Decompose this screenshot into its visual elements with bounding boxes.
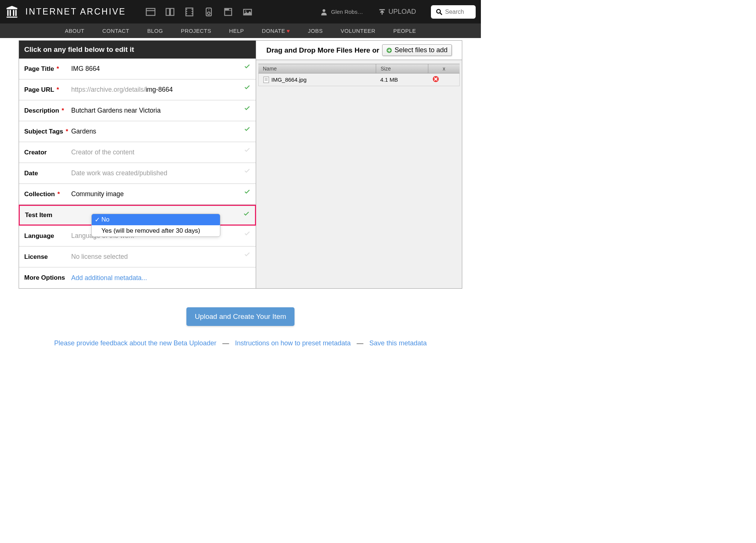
- description-value: Butchart Gardens near Victoria: [71, 107, 251, 114]
- field-date[interactable]: Date Date work was created/published: [19, 163, 256, 184]
- subnav-jobs[interactable]: JOBS: [308, 28, 323, 34]
- feedback-link[interactable]: Please provide feedback about the new Be…: [54, 339, 216, 347]
- svg-rect-4: [15, 10, 17, 16]
- checkmark-icon: [244, 147, 251, 153]
- subnav-about[interactable]: ABOUT: [65, 28, 84, 34]
- checkmark-icon: [244, 188, 251, 195]
- save-metadata-link[interactable]: Save this metadata: [369, 339, 427, 347]
- drop-zone-header: Drag and Drop More Files Here or Select …: [256, 41, 462, 60]
- svg-rect-1: [7, 10, 9, 16]
- metadata-panel-header: Click on any field below to edit it: [19, 41, 256, 59]
- search-box[interactable]: [431, 5, 476, 19]
- brand-logo[interactable]: INTERNET ARCHIVE: [5, 5, 126, 19]
- svg-rect-13: [192, 9, 192, 9]
- texts-icon[interactable]: [165, 7, 175, 17]
- upload-label: UPLOAD: [388, 8, 416, 16]
- subject-tags-value: Gardens: [71, 128, 251, 135]
- file-size: 4.1 MB: [376, 74, 428, 85]
- svg-rect-15: [192, 13, 192, 14]
- user-icon: [320, 8, 328, 16]
- checkmark-icon: [244, 105, 251, 112]
- file-name: IMG_8664.jpg: [271, 76, 306, 83]
- top-nav-bar: INTERNET ARCHIVE Glen Robs… UPLOAD: [0, 0, 481, 23]
- svg-point-24: [322, 9, 325, 12]
- svg-rect-21: [229, 9, 231, 10]
- images-icon[interactable]: [242, 7, 253, 17]
- field-license[interactable]: License No license selected: [19, 247, 256, 267]
- svg-line-27: [440, 13, 442, 15]
- metadata-panel: Click on any field below to edit it Page…: [19, 41, 256, 288]
- svg-rect-11: [186, 11, 187, 12]
- sub-nav-bar: ABOUT CONTACT BLOG PROJECTS HELP DONATE♥…: [0, 23, 481, 38]
- svg-rect-0: [7, 8, 18, 9]
- collection-value: Community image: [71, 190, 251, 198]
- checkmark-icon: [244, 84, 251, 91]
- search-input[interactable]: [445, 9, 471, 15]
- checkmark-icon: [244, 126, 251, 132]
- file-icon: [263, 76, 269, 83]
- search-icon: [435, 8, 443, 16]
- web-icon[interactable]: [145, 7, 156, 17]
- license-placeholder: No license selected: [71, 253, 251, 261]
- file-row: IMG_8664.jpg 4.1 MB: [258, 73, 460, 86]
- test-item-dropdown[interactable]: No Yes (will be removed after 30 days): [91, 214, 220, 237]
- dropdown-option-yes[interactable]: Yes (will be removed after 30 days): [92, 225, 220, 236]
- subnav-contact[interactable]: CONTACT: [102, 28, 129, 34]
- svg-rect-12: [186, 13, 187, 14]
- delete-file-icon[interactable]: [432, 76, 439, 82]
- svg-point-26: [437, 9, 440, 13]
- subnav-donate[interactable]: DONATE♥: [262, 28, 290, 34]
- files-panel: Drag and Drop More Files Here or Select …: [256, 41, 462, 288]
- svg-point-23: [245, 10, 247, 12]
- field-test-item[interactable]: Test Item No Yes (will be removed after …: [19, 205, 256, 226]
- user-name-label: Glen Robs…: [331, 9, 363, 15]
- add-metadata-link[interactable]: Add additional metadata...: [71, 274, 147, 282]
- field-description[interactable]: Description * Butchart Gardens near Vict…: [19, 100, 256, 121]
- footer-links: Please provide feedback about the new Be…: [0, 339, 481, 347]
- subnav-blog[interactable]: BLOG: [147, 28, 163, 34]
- svg-rect-25: [379, 9, 385, 10]
- field-collection[interactable]: Collection * Community image: [19, 184, 256, 205]
- uploader-content: Click on any field below to edit it Page…: [19, 40, 462, 289]
- col-x: x: [428, 64, 460, 73]
- field-subject-tags[interactable]: Subject Tags * Gardens: [19, 121, 256, 142]
- field-page-url[interactable]: Page URL * https://archive.org/details/i…: [19, 79, 256, 100]
- upload-submit-button[interactable]: Upload and Create Your Item: [186, 307, 294, 326]
- url-slug: img-8664: [145, 86, 173, 93]
- field-more-options: More Options Add additional metadata...: [19, 267, 256, 288]
- file-table-header: Name Size x: [258, 64, 460, 73]
- page-title-value: IMG 8664: [71, 65, 251, 73]
- category-icons: [145, 7, 253, 17]
- audio-icon[interactable]: [204, 7, 214, 17]
- svg-rect-10: [186, 9, 187, 9]
- instructions-link[interactable]: Instructions on how to preset metadata: [235, 339, 351, 347]
- svg-point-17: [207, 12, 210, 15]
- video-icon[interactable]: [184, 7, 195, 17]
- subnav-help[interactable]: HELP: [229, 28, 244, 34]
- url-prefix: https://archive.org/details/: [71, 86, 145, 93]
- subnav-people[interactable]: PEOPLE: [393, 28, 416, 34]
- checkmark-icon: [244, 167, 251, 174]
- user-menu[interactable]: Glen Robs…: [320, 8, 363, 16]
- upload-icon: [378, 8, 386, 16]
- subnav-projects[interactable]: PROJECTS: [181, 28, 211, 34]
- heart-icon: ♥: [287, 28, 290, 34]
- select-files-button[interactable]: Select files to add: [382, 44, 451, 56]
- svg-rect-2: [10, 10, 11, 16]
- dropdown-option-no[interactable]: No: [92, 214, 220, 225]
- col-name: Name: [258, 64, 376, 73]
- brand-text: INTERNET ARCHIVE: [25, 7, 126, 17]
- software-icon[interactable]: [223, 7, 233, 17]
- svg-marker-6: [7, 6, 18, 7]
- checkmark-icon: [244, 251, 251, 258]
- field-page-title[interactable]: Page Title * IMG 8664: [19, 59, 256, 79]
- subnav-volunteer[interactable]: VOLUNTEER: [341, 28, 375, 34]
- checkmark-icon: [243, 210, 250, 217]
- plus-circle-icon: [386, 47, 392, 53]
- creator-placeholder: Creator of the content: [71, 148, 251, 156]
- svg-point-18: [208, 9, 209, 10]
- field-creator[interactable]: Creator Creator of the content: [19, 142, 256, 163]
- col-size: Size: [376, 64, 428, 73]
- upload-link[interactable]: UPLOAD: [378, 8, 416, 16]
- svg-rect-3: [13, 10, 15, 16]
